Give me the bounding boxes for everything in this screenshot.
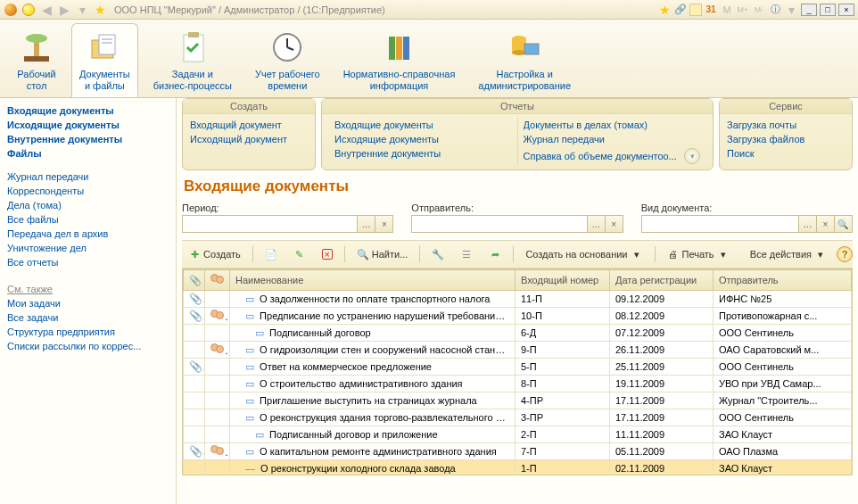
type-input[interactable] [641,215,799,233]
sidebar-item[interactable]: Передача дел в архив [7,227,169,241]
cell-num: 9-П [516,342,610,359]
sidebar-item[interactable]: Уничтожение дел [7,241,169,255]
m-icon[interactable]: M [720,3,734,17]
type-clear-button[interactable]: × [817,215,835,233]
sidebar-item[interactable]: Дела (тома) [7,198,169,212]
forward-icon[interactable]: ▶ [57,3,71,17]
table-row[interactable]: ▭ Подписанный договор6-Д07.12.2009ООО Се… [184,325,852,342]
sidebar-item[interactable]: Исходящие документы [7,118,169,132]
paperclip-icon: 📎 [184,359,205,376]
table-row[interactable]: ▭ О реконструкция здания торгово-развлек… [184,409,852,426]
close-button[interactable]: × [838,4,854,16]
panel-link[interactable]: Исходящие документы [334,132,512,146]
filter-button[interactable]: ☰ [454,244,479,264]
info-icon[interactable]: ⓘ [768,3,782,17]
section-desktop[interactable]: Рабочий стол [9,23,64,97]
section-time[interactable]: Учет рабочего времени [247,23,328,97]
table-row[interactable]: 📎 ▭ О капитальном ремонте административн… [184,443,852,460]
expand-icon[interactable]: ▾ [684,148,700,164]
sidebar-item[interactable]: Все отчеты [7,255,169,269]
add-favorite-icon[interactable]: ★ [657,3,672,17]
sidebar-item[interactable]: Списки рассылки по коррес... [7,339,169,353]
window-title: ООО НПЦ "Меркурий" / Администратор / (1С… [114,4,657,15]
links-icon[interactable]: 🔗 [673,3,688,17]
find-button[interactable]: 🔍Найти... [351,244,415,264]
sidebar-item[interactable]: Мои задачи [7,296,169,310]
help-button[interactable]: ? [837,246,853,262]
copy-button[interactable]: 📄 [259,244,284,264]
sidebar-item[interactable]: Все файлы [7,212,169,227]
print-button[interactable]: 🖨Печать▾ [661,244,736,264]
info-dropdown-icon[interactable]: ▾ [784,3,798,17]
favorites-icon[interactable]: ★ [93,3,107,17]
history-dropdown-icon[interactable]: ▾ [75,3,89,17]
table-row[interactable]: — О реконструкции холодного склада завод… [184,460,852,476]
calendar-icon[interactable]: 31 [704,3,718,17]
paperclip-icon: 📎 [189,275,202,285]
col-num[interactable]: Входящий номер [516,270,610,291]
sender-input[interactable] [411,215,587,233]
titlebar: ◀ ▶ ▾ ★ ООО НПЦ "Меркурий" / Администрат… [0,0,858,20]
period-clear-button[interactable]: × [375,215,393,233]
period-input[interactable] [182,215,358,233]
sidebar-item[interactable]: Корреспонденты [7,184,169,198]
back-icon[interactable]: ◀ [39,3,54,17]
m-minus-icon[interactable]: M- [752,3,766,17]
m-plus-icon[interactable]: M+ [736,3,750,17]
col-date[interactable]: Дата регистрации [610,270,714,291]
table-row[interactable]: 📎 ▭ Ответ на коммерческое предложение5-П… [184,359,852,376]
panel-link[interactable]: Документы в делах (томах) [524,118,701,132]
period-select-button[interactable]: … [358,215,375,233]
panel-link[interactable]: Входящий документ [190,118,308,132]
all-actions-button[interactable]: Все действия▾ [744,244,833,264]
panel-link[interactable]: Загрузка файлов [727,132,845,146]
minimize-button[interactable]: _ [801,4,817,16]
sender-select-button[interactable]: … [588,215,606,233]
sender-label: Отправитель: [411,202,623,213]
table-row[interactable]: ▭ О гидроизоляции стен и сооружений насо… [184,342,852,359]
section-documents[interactable]: Документы и файлы [71,23,138,97]
wrench-icon: 🔧 [432,248,444,260]
col-sender[interactable]: Отправитель [714,270,852,291]
type-select-button[interactable]: … [799,215,817,233]
cell-name: ▭ Предписание по устранению нарушений тр… [230,308,516,325]
panel-link[interactable]: Исходящий документ [190,132,308,146]
sidebar-item[interactable]: Все задачи [7,310,169,325]
col-name[interactable]: Наименование [230,270,516,291]
menu-icon[interactable] [21,3,36,17]
cell-sender: УВО при УВД Самар... [714,376,852,392]
edit-button[interactable]: ✎ [287,244,312,264]
sidebar-item[interactable]: Структура предприятия [7,325,169,339]
table-row[interactable]: ▭ О строительство административного здан… [184,376,852,392]
panel-link[interactable]: Справка об объеме документоо...▾ [524,146,701,166]
section-reference[interactable]: Нормативно-справочная информация [335,23,464,97]
table-row[interactable]: 📎 ▭ Предписание по устранению нарушений … [184,308,852,325]
panel-link[interactable]: Входящие документы [334,118,512,132]
col-users[interactable] [205,270,230,291]
table-row[interactable]: ▭ Подписанный договор и приложение2-П11.… [184,426,852,443]
panel-link[interactable]: Журнал передачи [524,132,701,146]
panel-link[interactable]: Загрузка почты [727,118,845,132]
search-icon: 🔍 [357,248,369,260]
panel-link[interactable]: Поиск [727,146,845,161]
table-row[interactable]: 📎 ▭ О задолженности по оплате транспортн… [184,291,852,308]
cell-date: 08.12.2009 [610,308,714,325]
sidebar-item[interactable]: Входящие документы [7,103,169,118]
sender-clear-button[interactable]: × [606,215,623,233]
col-attachment[interactable]: 📎 [184,270,205,291]
calculator-icon[interactable] [689,4,702,16]
table-row[interactable]: ▭ Приглашение выступить на страницах жур… [184,392,852,409]
sidebar-item[interactable]: Внутренние документы [7,132,169,146]
section-admin[interactable]: Настройка и администрирование [470,23,579,97]
sidebar-item[interactable]: Журнал передачи [7,169,169,184]
type-search-button[interactable]: 🔍 [835,215,853,233]
sidebar-item[interactable]: Файлы [7,146,169,161]
export-button[interactable]: ➦ [483,244,507,264]
maximize-button[interactable]: □ [820,4,836,16]
section-tasks[interactable]: Задачи и бизнес-процессы [145,23,240,97]
create-based-button[interactable]: Создать на основании▾ [519,244,648,264]
delete-button[interactable]: × [316,244,339,264]
create-button[interactable]: ✚Создать [182,244,247,264]
clear-filter-button[interactable]: 🔧 [425,244,450,264]
panel-link[interactable]: Внутренние документы [334,146,512,161]
